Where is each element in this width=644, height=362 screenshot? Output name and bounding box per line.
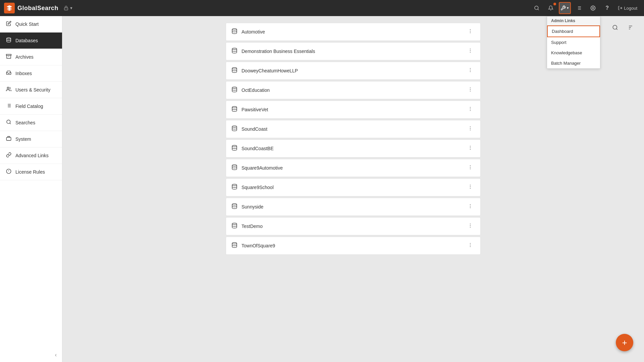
db-menu-button[interactable] <box>466 144 475 153</box>
sidebar-label-users-security: Users & Security <box>15 87 50 93</box>
db-menu-button[interactable] <box>466 67 475 75</box>
sidebar-icon-license-rules <box>5 169 12 175</box>
db-name: Automotive <box>241 29 265 35</box>
db-menu-button[interactable] <box>466 47 475 55</box>
table-row[interactable]: Sunnyside <box>226 198 481 216</box>
table-row[interactable]: TestDemo <box>226 217 481 235</box>
svg-point-47 <box>470 91 471 92</box>
db-name: PawsitiveVet <box>241 107 268 112</box>
db-item-left: Square9School <box>231 184 274 191</box>
main-toolbar <box>609 21 636 34</box>
db-name: DooweyCheatumHoweLLP <box>241 68 298 73</box>
svg-point-41 <box>470 68 471 69</box>
db-name: TestDemo <box>241 224 263 229</box>
db-menu-button[interactable] <box>466 242 475 250</box>
admin-dropdown-item-support[interactable]: Support <box>547 37 600 48</box>
sidebar-item-archives[interactable]: Archives <box>0 49 62 65</box>
svg-point-34 <box>470 31 471 32</box>
admin-dropdown-item-dashboard[interactable]: Dashboard <box>547 25 600 37</box>
db-menu-button[interactable] <box>466 28 475 36</box>
svg-point-53 <box>470 126 471 127</box>
svg-point-1 <box>535 6 538 10</box>
admin-dropdown-item-knowledgebase[interactable]: Knowledgebase <box>547 48 600 58</box>
sidebar-collapse-button[interactable]: ‹ <box>0 348 62 362</box>
svg-point-56 <box>232 145 237 147</box>
db-menu-button[interactable] <box>466 86 475 94</box>
fab-add-button[interactable]: + <box>616 334 633 351</box>
db-name: Square9School <box>241 185 274 190</box>
sidebar-icon-databases <box>5 37 12 44</box>
table-row[interactable]: TownOfSquare9 <box>226 237 481 255</box>
db-name: Sunnyside <box>241 204 263 209</box>
svg-point-20 <box>7 120 10 124</box>
notification-button[interactable] <box>545 2 557 14</box>
settings-button[interactable] <box>573 2 585 14</box>
sidebar-icon-field-catalog <box>5 103 12 110</box>
db-menu-button[interactable] <box>466 203 475 211</box>
svg-point-58 <box>470 147 471 148</box>
db-item-left: TownOfSquare9 <box>231 242 275 249</box>
sidebar-item-advanced-links[interactable]: Advanced Links <box>0 147 62 164</box>
db-menu-button[interactable] <box>466 183 475 191</box>
main-filter-button[interactable] <box>624 21 636 34</box>
db-name: SoundCoastBE <box>241 146 274 151</box>
svg-point-32 <box>232 29 237 31</box>
table-row[interactable]: Demonstration Business Essentials <box>226 42 481 60</box>
sidebar-icon-users-security <box>5 86 12 93</box>
svg-point-74 <box>470 225 471 226</box>
database-icon <box>231 86 237 94</box>
sidebar-item-license-rules[interactable]: License Rules <box>0 164 62 180</box>
sidebar-item-searches[interactable]: Searches <box>0 115 62 131</box>
search-topnav-button[interactable] <box>531 2 543 14</box>
db-item-left: OctEducation <box>231 86 270 94</box>
lock-button[interactable]: ▼ <box>64 6 73 10</box>
database-icon <box>231 203 237 210</box>
admin-dropdown-header: Admin Links <box>547 16 600 25</box>
admin-links-button[interactable]: ▼ <box>559 2 571 14</box>
svg-point-65 <box>470 185 471 185</box>
topnav-left: GlobalSearch ▼ <box>4 3 73 13</box>
svg-point-73 <box>470 224 471 224</box>
table-row[interactable]: DooweyCheatumHoweLLP <box>226 62 481 80</box>
svg-rect-21 <box>6 137 11 140</box>
svg-point-52 <box>232 126 237 128</box>
db-item-left: Demonstration Business Essentials <box>231 48 315 55</box>
table-row[interactable]: Automotive <box>226 23 481 41</box>
svg-point-37 <box>470 49 471 49</box>
sidebar-item-databases[interactable]: Databases <box>0 33 62 49</box>
table-row[interactable]: PawsitiveVet <box>226 101 481 119</box>
sidebar-item-quick-start[interactable]: Quick Start <box>0 16 62 33</box>
table-row[interactable]: Square9Automotive <box>226 159 481 177</box>
db-name: OctEducation <box>241 87 270 93</box>
db-item-left: DooweyCheatumHoweLLP <box>231 67 298 74</box>
sidebar-item-system[interactable]: System <box>0 131 62 147</box>
svg-point-67 <box>470 188 471 189</box>
db-menu-button[interactable] <box>466 164 475 172</box>
sidebar-item-users-security[interactable]: Users & Security <box>0 82 62 98</box>
main-search-button[interactable] <box>609 21 621 34</box>
db-item-left: TestDemo <box>231 223 263 230</box>
sidebar-icon-system <box>5 136 12 142</box>
svg-point-13 <box>7 87 9 89</box>
table-row[interactable]: SoundCoast <box>226 120 481 138</box>
table-row[interactable]: Square9School <box>226 178 481 196</box>
table-row[interactable]: SoundCoastBE <box>226 139 481 158</box>
svg-point-54 <box>470 128 471 129</box>
help-button[interactable]: ? <box>601 2 613 14</box>
admin-dropdown-item-batch-manager[interactable]: Batch Manager <box>547 58 600 68</box>
db-menu-button[interactable] <box>466 106 475 114</box>
db-menu-button[interactable] <box>466 222 475 230</box>
database-icon <box>231 67 237 74</box>
sidebar-item-field-catalog[interactable]: Field Catalog <box>0 98 62 115</box>
database-icon <box>231 184 237 191</box>
table-row[interactable]: OctEducation <box>226 81 481 99</box>
svg-point-40 <box>232 68 237 69</box>
sidebar-item-inboxes[interactable]: Inboxes <box>0 65 62 82</box>
svg-point-79 <box>470 246 471 247</box>
sidebar-icon-searches <box>5 119 12 126</box>
config-button[interactable] <box>587 2 599 14</box>
logout-button[interactable]: Logout <box>615 2 640 14</box>
svg-point-77 <box>470 243 471 244</box>
database-icon <box>231 106 237 113</box>
db-menu-button[interactable] <box>466 125 475 133</box>
